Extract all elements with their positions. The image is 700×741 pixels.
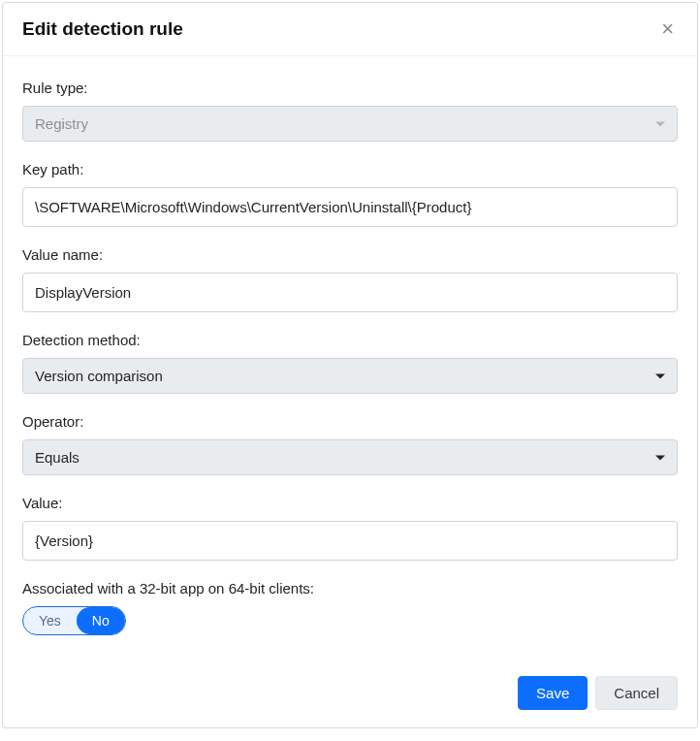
operator-group: Operator: Equals — [22, 413, 678, 475]
key-path-input[interactable] — [22, 187, 678, 227]
dialog-header: Edit detection rule × — [3, 3, 697, 56]
key-path-group: Key path: — [22, 161, 678, 227]
assoc-32bit-toggle[interactable]: Yes No — [22, 606, 126, 635]
cancel-button[interactable]: Cancel — [595, 676, 678, 710]
dialog-title: Edit detection rule — [22, 18, 183, 40]
toggle-no-option[interactable]: No — [77, 607, 125, 634]
operator-label: Operator: — [22, 413, 678, 430]
chevron-down-icon — [655, 455, 665, 460]
key-path-label: Key path: — [22, 161, 678, 177]
chevron-down-icon — [655, 121, 665, 126]
detection-method-group: Detection method: Version comparison — [22, 332, 678, 394]
assoc-32bit-label: Associated with a 32-bit app on 64-bit c… — [22, 580, 678, 596]
dialog-body: Rule type: Registry Key path: Value name… — [3, 56, 697, 666]
assoc-32bit-group: Associated with a 32-bit app on 64-bit c… — [22, 580, 678, 635]
value-name-label: Value name: — [22, 246, 678, 263]
rule-type-select: Registry — [22, 106, 678, 142]
value-name-input[interactable] — [22, 273, 678, 312]
detection-method-select[interactable]: Version comparison — [22, 358, 678, 394]
dialog-footer: Save Cancel — [3, 666, 697, 727]
value-label: Value: — [22, 495, 678, 511]
save-button[interactable]: Save — [518, 676, 588, 710]
operator-value: Equals — [35, 449, 80, 466]
close-button[interactable]: × — [657, 18, 678, 40]
detection-method-value: Version comparison — [35, 368, 163, 384]
value-group: Value: — [22, 495, 678, 561]
rule-type-value: Registry — [35, 115, 88, 132]
value-input[interactable] — [22, 521, 678, 561]
value-name-group: Value name: — [22, 246, 678, 312]
detection-method-label: Detection method: — [22, 332, 678, 348]
rule-type-label: Rule type: — [22, 80, 678, 96]
edit-detection-rule-dialog: Edit detection rule × Rule type: Registr… — [2, 2, 698, 728]
chevron-down-icon — [655, 373, 665, 378]
operator-select[interactable]: Equals — [22, 439, 678, 475]
toggle-yes-option[interactable]: Yes — [23, 607, 77, 634]
rule-type-group: Rule type: Registry — [22, 80, 678, 142]
